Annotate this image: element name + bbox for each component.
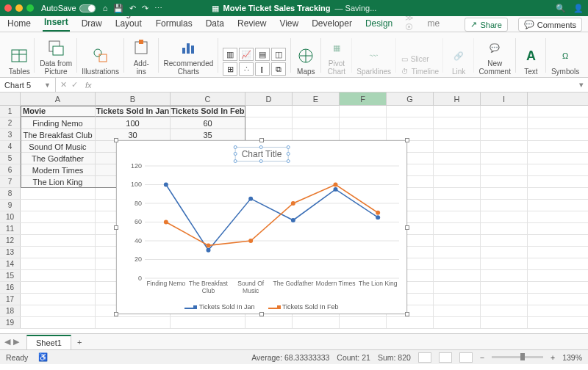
cell[interactable] [481, 270, 528, 281]
cell[interactable] [21, 317, 96, 328]
sheet-tab[interactable]: Sheet1 [26, 335, 71, 349]
tab-insert[interactable]: Insert [43, 15, 70, 32]
row-head[interactable]: 5 [0, 153, 21, 164]
row-head[interactable]: 7 [0, 176, 21, 187]
cell[interactable] [293, 117, 340, 128]
cell[interactable] [434, 223, 481, 234]
cell[interactable]: Sound Of Music [21, 141, 96, 152]
group-symbols[interactable]: Ω Symbols [547, 34, 584, 77]
cell[interactable] [21, 305, 96, 316]
zoom-slider[interactable] [492, 356, 543, 358]
cell[interactable] [481, 129, 528, 140]
chart-combo-icon[interactable]: ⧉ [271, 62, 286, 76]
cell[interactable] [434, 176, 481, 187]
cell[interactable] [387, 129, 434, 140]
view-page-layout[interactable] [439, 352, 452, 363]
sheet-nav-next[interactable]: ▶ [13, 337, 19, 347]
add-sheet-button[interactable]: + [71, 335, 87, 349]
cell[interactable]: Tickets Sold In Feb [171, 106, 245, 117]
group-maps[interactable]: Maps [292, 34, 321, 77]
chart-scatter-icon[interactable]: ∴ [239, 62, 254, 76]
cell[interactable] [481, 117, 528, 128]
formula-expand-icon[interactable]: ▾ [575, 80, 588, 90]
cell[interactable] [387, 317, 434, 328]
comments-button[interactable]: 💬Comments [518, 18, 582, 32]
cell[interactable] [171, 317, 245, 328]
cell[interactable] [434, 211, 481, 222]
cell[interactable] [481, 141, 528, 152]
cell[interactable] [245, 117, 293, 128]
cell[interactable] [434, 200, 481, 211]
cell[interactable] [387, 117, 434, 128]
cell[interactable] [96, 317, 171, 328]
cell[interactable] [434, 106, 481, 117]
cell[interactable] [21, 223, 96, 234]
cell[interactable] [434, 317, 481, 328]
cell[interactable] [245, 129, 293, 140]
redo-icon[interactable]: ↷ [142, 4, 148, 13]
group-addins[interactable]: Add-ins [125, 34, 158, 77]
cell[interactable] [481, 294, 528, 305]
chart-waterfall-icon[interactable]: ⫿ [255, 62, 270, 76]
tab-data[interactable]: Data [204, 16, 226, 32]
col-head-A[interactable]: A [21, 92, 96, 105]
minimize-window[interactable] [15, 4, 23, 12]
resize-handle[interactable] [114, 225, 118, 230]
tab-review[interactable]: Review [236, 16, 268, 32]
cell[interactable] [434, 294, 481, 305]
autosave-switch[interactable] [79, 4, 96, 12]
cancel-fx-icon[interactable]: ✕ [60, 80, 67, 90]
save-icon[interactable]: 💾 [113, 4, 123, 13]
cell[interactable]: Modern Times [21, 164, 96, 175]
cell[interactable] [340, 117, 387, 128]
col-head-G[interactable]: G [387, 92, 434, 105]
cell[interactable] [340, 106, 387, 117]
cell[interactable] [481, 200, 528, 211]
cell[interactable]: The Breakfast Club [21, 129, 96, 140]
cell[interactable] [21, 247, 96, 258]
view-page-break[interactable] [459, 352, 473, 363]
cell[interactable] [481, 106, 528, 117]
cell[interactable]: Finding Nemo [21, 117, 96, 128]
cell[interactable]: The Godfather [21, 153, 96, 164]
cell[interactable] [21, 270, 96, 281]
name-box[interactable]: Chart 5▼ [0, 78, 56, 92]
resize-handle[interactable] [259, 138, 264, 142]
undo-icon[interactable]: ↶ [129, 4, 136, 13]
cell[interactable] [21, 188, 96, 199]
cell[interactable]: 60 [171, 117, 245, 128]
cell[interactable] [481, 164, 528, 175]
group-data-from-picture[interactable]: Data from Picture [35, 34, 76, 77]
resize-handle[interactable] [259, 312, 264, 316]
chart-object[interactable]: Chart Title 020406080100120 Finding Nemo… [116, 140, 407, 314]
resize-handle[interactable] [405, 312, 409, 316]
row-head[interactable]: 13 [0, 247, 21, 258]
cell[interactable] [340, 317, 387, 328]
row-head[interactable]: 10 [0, 211, 21, 222]
view-normal[interactable] [418, 352, 431, 363]
cell[interactable]: Tickets Sold In Jan [96, 106, 171, 117]
chart-stat-icon[interactable]: ⊞ [223, 62, 237, 76]
cell[interactable] [481, 188, 528, 199]
cell[interactable] [481, 305, 528, 316]
resize-handle[interactable] [114, 138, 118, 142]
cell[interactable] [434, 129, 481, 140]
cell[interactable] [434, 270, 481, 281]
cell[interactable] [245, 106, 293, 117]
cell[interactable] [293, 106, 340, 117]
group-text[interactable]: A Text [517, 34, 546, 77]
autosave-toggle[interactable]: AutoSave [41, 4, 96, 12]
cell[interactable] [434, 188, 481, 199]
row-head[interactable]: 17 [0, 294, 21, 305]
cell[interactable] [481, 211, 528, 222]
zoom-out[interactable]: − [480, 353, 484, 362]
cell[interactable]: Movie [21, 106, 96, 117]
cell[interactable] [434, 235, 481, 246]
chart-bar-icon[interactable]: ▥ [223, 48, 237, 61]
cell[interactable] [245, 317, 293, 328]
row-head[interactable]: 15 [0, 270, 21, 281]
resize-handle[interactable] [405, 138, 409, 142]
search-icon[interactable]: 🔍 [556, 4, 566, 13]
chart-hier-icon[interactable]: ◫ [271, 48, 286, 61]
cell[interactable] [481, 235, 528, 246]
